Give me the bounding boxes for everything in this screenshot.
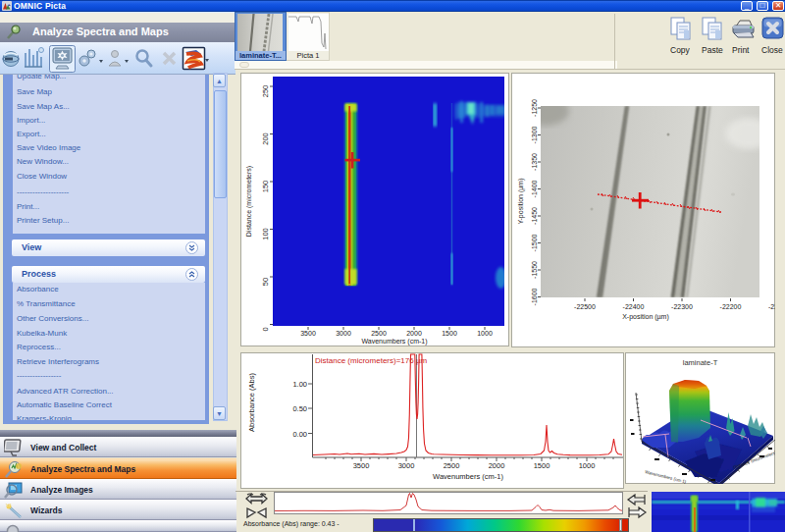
svg-text:50: 50 [261, 278, 270, 286]
svg-text:3000: 3000 [336, 330, 351, 337]
svg-text:-1250: -1250 [531, 99, 538, 117]
svg-text:3500: 3500 [300, 330, 316, 337]
svg-text:Y-position (µm): Y-position (µm) [517, 179, 525, 225]
svg-text:Wavenumbers (cm-1): Wavenumbers (cm-1) [645, 469, 688, 484]
svg-text:2500: 2500 [371, 330, 387, 337]
svg-text:0: 0 [261, 327, 270, 331]
svg-text:250: 250 [261, 85, 270, 98]
svg-text:1000: 1000 [579, 461, 596, 470]
svg-text:-22200: -22200 [720, 303, 742, 310]
svg-text:-22: -22 [768, 303, 775, 310]
svg-text:Wavenumbers (cm-1): Wavenumbers (cm-1) [361, 338, 427, 346]
svg-text:-1550: -1550 [531, 261, 538, 279]
svg-text:-1600: -1600 [531, 288, 538, 305]
svg-text:-1500: -1500 [531, 234, 538, 251]
svg-text:Distance (micrometers): Distance (micrometers) [245, 166, 253, 237]
svg-text:-22500: -22500 [574, 303, 596, 310]
svg-text:3000: 3000 [398, 461, 415, 470]
svg-text:-22300: -22300 [671, 303, 693, 310]
svg-text:-22400: -22400 [623, 303, 645, 310]
svg-text:2500: 2500 [444, 461, 460, 470]
svg-text:-1350: -1350 [531, 153, 538, 171]
svg-text:1000: 1000 [477, 330, 493, 337]
svg-text:1500: 1500 [534, 461, 550, 470]
svg-text:2000: 2000 [489, 461, 505, 470]
svg-text:X-position (µm): X-position (µm) [622, 313, 669, 321]
svg-text:-1400: -1400 [531, 180, 538, 197]
svg-text:0.50: 0.50 [292, 404, 307, 413]
svg-text:200: 200 [261, 133, 270, 145]
svg-text:Wavenumbers (cm-1): Wavenumbers (cm-1) [433, 472, 503, 481]
svg-text:-1300: -1300 [531, 126, 538, 143]
svg-text:1500: 1500 [442, 330, 457, 337]
svg-text:2000: 2000 [406, 330, 422, 337]
svg-text:1.00: 1.00 [292, 380, 307, 389]
svg-text:0.00: 0.00 [292, 430, 307, 439]
svg-text:100: 100 [261, 228, 270, 240]
svg-text:3500: 3500 [353, 461, 370, 470]
svg-text:-1450: -1450 [531, 207, 538, 225]
svg-text:150: 150 [261, 181, 270, 193]
svg-text:Absorbance (Abs): Absorbance (Abs) [247, 372, 256, 432]
